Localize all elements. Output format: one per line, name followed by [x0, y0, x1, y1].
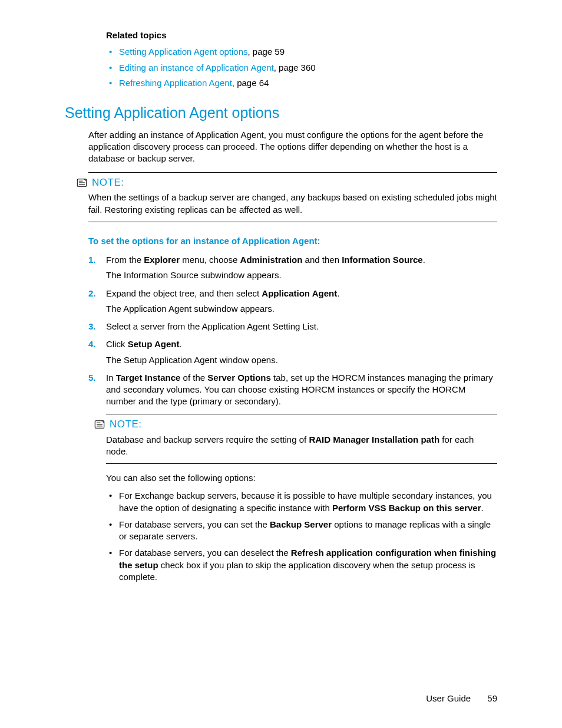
note-icon — [94, 420, 105, 429]
option-item: For database servers, you can set the Ba… — [106, 519, 497, 543]
divider — [106, 414, 497, 414]
note-label: NOTE: — [92, 176, 124, 190]
step-result: The Setup Application Agent window opens… — [106, 354, 497, 366]
step-text-part: of the — [180, 373, 207, 383]
related-link-suffix: , page 360 — [274, 62, 316, 73]
section-heading: Setting Application Agent options — [65, 103, 497, 123]
step-item: Click Setup Agent. The Setup Application… — [88, 338, 497, 366]
divider — [88, 222, 497, 222]
option-bold: Backup Server — [270, 519, 332, 529]
option-item: For Exchange backup servers, because it … — [106, 490, 497, 514]
option-text-part: For database servers, you can deselect t… — [119, 548, 291, 558]
step-result: The Information Source subwindow appears… — [106, 269, 497, 281]
related-link-item: Setting Application Agent options, page … — [106, 46, 497, 58]
note-label: NOTE: — [110, 418, 141, 431]
step-result: The Application Agent subwindow appears. — [106, 303, 497, 315]
step-item: Expand the object tree, and then select … — [88, 288, 497, 315]
step-bold: Target Instance — [116, 373, 181, 383]
procedure-heading: To set the options for an instance of Ap… — [88, 235, 497, 247]
step-text-part: From the — [106, 255, 144, 265]
page-number: 59 — [487, 693, 497, 703]
step-text-part: . — [179, 339, 181, 349]
step-text-part: . — [423, 255, 425, 265]
step-text-part: Click — [106, 339, 128, 349]
option-item: For database servers, you can deselect t… — [106, 547, 497, 583]
step-item: From the Explorer menu, choose Administr… — [88, 254, 497, 282]
divider — [106, 463, 497, 464]
step-bold: Application Agent — [262, 288, 337, 298]
document-page: Related topics Setting Application Agent… — [0, 0, 562, 728]
step-text-part: . — [337, 288, 339, 298]
step-bold: Setup Agent — [128, 339, 180, 349]
note-bold: RAID Manager Installation path — [309, 434, 439, 444]
related-link-item: Editing an instance of Application Agent… — [106, 62, 497, 74]
note-body: When the settings of a backup server are… — [88, 192, 497, 216]
option-text-part: For database servers, you can set the — [119, 519, 270, 529]
related-topics-heading: Related topics — [106, 29, 497, 41]
related-link[interactable]: Setting Application Agent options — [119, 47, 248, 57]
step-bold: Server Options — [207, 373, 271, 383]
step-text-part: In — [106, 373, 116, 383]
step-bold: Administration — [240, 255, 303, 265]
step-text-part: menu, choose — [180, 255, 240, 265]
step-text-part: and then — [302, 255, 342, 265]
step-bold: Information Source — [342, 255, 423, 265]
step-bold: Explorer — [144, 255, 180, 265]
step-item: In Target Instance of the Server Options… — [88, 372, 497, 408]
footer-label: User Guide — [426, 693, 471, 703]
intro-paragraph: After adding an instance of Application … — [88, 129, 497, 165]
options-list: For Exchange backup servers, because it … — [106, 490, 497, 583]
note-header: NOTE: — [77, 176, 497, 190]
procedure-steps: From the Explorer menu, choose Administr… — [88, 254, 497, 408]
step-item: Select a server from the Application Age… — [88, 321, 497, 332]
related-link-suffix: , page 59 — [248, 47, 285, 57]
note-text-part: Database and backup servers require the … — [106, 434, 309, 444]
note-header: NOTE: — [94, 418, 497, 431]
continuation-text: You can also set the following options: — [106, 472, 497, 484]
option-text-part: check box if you plan to skip the applic… — [119, 560, 475, 582]
related-topics-list: Setting Application Agent options, page … — [106, 46, 497, 89]
divider — [88, 172, 497, 173]
option-bold: Perform VSS Backup on this server — [332, 503, 481, 513]
note-body: Database and backup servers require the … — [106, 434, 497, 458]
related-link-suffix: , page 64 — [232, 78, 269, 88]
step-text-part: Expand the object tree, and then select — [106, 288, 262, 298]
note-icon — [77, 179, 87, 187]
page-footer: User Guide 59 — [426, 693, 497, 704]
option-text-part: . — [481, 503, 484, 513]
step-text: Select a server from the Application Age… — [106, 321, 319, 331]
related-link[interactable]: Refreshing Application Agent — [119, 78, 232, 88]
related-link-item: Refreshing Application Agent, page 64 — [106, 77, 497, 89]
related-link[interactable]: Editing an instance of Application Agent — [119, 62, 274, 73]
